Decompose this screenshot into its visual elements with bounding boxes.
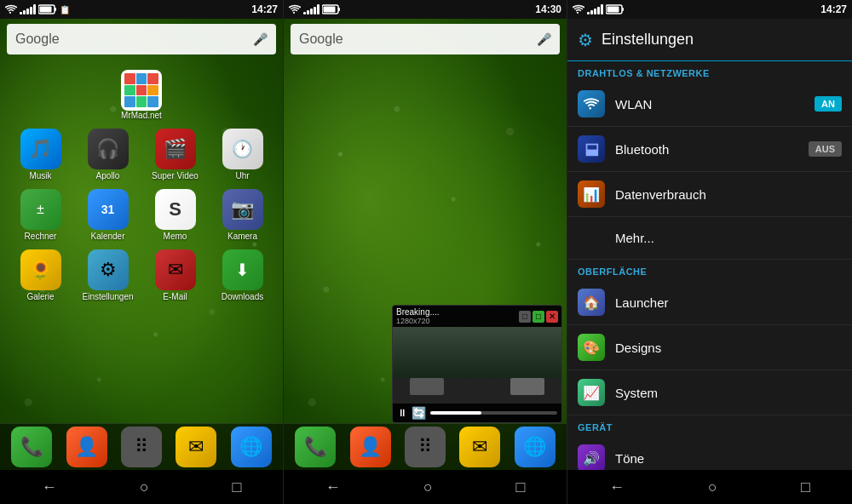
settings-gear-icon: ⚙ — [578, 30, 593, 50]
app-label-mrmad: MrMad.net — [121, 111, 162, 120]
settings-item-launcher[interactable]: 🏠 Launcher — [567, 280, 852, 325]
app-item-video[interactable]: 🎬 Super Video — [150, 129, 201, 180]
designs-label: Designs — [615, 341, 842, 355]
settings-item-toene[interactable]: 🔊 Töne — [567, 436, 852, 470]
app-item-memo[interactable]: S Memo — [150, 189, 201, 241]
more-label: Mehr... — [615, 231, 842, 245]
video-progress-bar[interactable] — [430, 411, 557, 415]
time-right: 14:27 — [820, 3, 847, 15]
app-item-music[interactable]: 🎵 Musik — [15, 129, 66, 180]
dock-sms-middle[interactable]: ✉ — [459, 427, 500, 467]
app-icon-calc: ± — [20, 189, 61, 230]
nav-home-middle[interactable]: ○ — [411, 474, 446, 501]
app-item-clock[interactable]: 🕐 Uhr — [217, 129, 268, 180]
battery-icon-right — [606, 4, 625, 14]
status-left-icons-middle — [289, 4, 341, 14]
section-header-surface: OBERFLÄCHE — [567, 260, 852, 280]
nav-recent-right[interactable]: □ — [788, 474, 823, 501]
video-close-btn[interactable]: ✕ — [546, 311, 558, 323]
data-label: Datenverbrauch — [615, 187, 842, 202]
video-btn-2[interactable]: □ — [532, 311, 544, 323]
nav-recent-middle[interactable]: □ — [503, 474, 538, 501]
bluetooth-label: Bluetooth — [615, 142, 809, 157]
nav-home-right[interactable]: ○ — [695, 474, 730, 501]
app-label-memo: Memo — [164, 232, 187, 241]
video-secondary-btn[interactable]: 🔄 — [412, 406, 426, 420]
app-item-email[interactable]: ✉ E-Mail — [150, 249, 201, 301]
nav-recent-left[interactable]: □ — [219, 474, 254, 501]
app-label-video: Super Video — [152, 171, 199, 180]
app-grid-left: MrMad.net 🎵 Musik 🎧 Apollo 🎬 Super Video — [0, 66, 283, 314]
dock-contacts-middle[interactable]: 👤 — [350, 427, 391, 467]
app-item-downloads[interactable]: ⬇ Downloads — [217, 249, 268, 301]
bluetooth-toggle[interactable]: AUS — [809, 141, 842, 157]
nav-bar-right: ← ○ □ — [567, 470, 852, 504]
app-icon-downloads: ⬇ — [222, 249, 263, 290]
section-header-wireless: DRAHTLOS & NETZWERKE — [567, 61, 852, 82]
nav-bar-middle: ← ○ □ — [284, 470, 567, 504]
notification-icon: 📋 — [60, 5, 70, 14]
app-item-mrmad[interactable]: MrMad.net — [116, 70, 167, 120]
settings-item-bluetooth[interactable]: ⬓ Bluetooth AUS — [567, 127, 852, 172]
dock-browser-middle[interactable]: 🌐 — [515, 427, 556, 467]
settings-item-more[interactable]: Mehr... — [567, 217, 852, 260]
svg-rect-2 — [40, 7, 52, 13]
dock-apps-middle[interactable]: ⠿ — [405, 427, 446, 467]
wifi-icon — [5, 4, 17, 14]
app-item-gallery[interactable]: 🌻 Galerie — [15, 249, 66, 301]
video-btn-1[interactable]: □ — [519, 311, 531, 323]
app-label-clock: Uhr — [235, 171, 249, 180]
app-icon-video: 🎬 — [155, 129, 196, 169]
dock-phone-middle[interactable]: 📞 — [295, 427, 336, 467]
settings-item-system[interactable]: 📈 System — [567, 370, 852, 415]
mic-icon-left[interactable]: 🎤 — [253, 32, 268, 46]
search-bar-left[interactable]: Google 🎤 — [7, 24, 276, 54]
nav-back-middle[interactable]: ← — [313, 474, 354, 501]
app-item-calc[interactable]: ± Rechner — [15, 189, 66, 241]
launcher-icon: 🏠 — [578, 289, 605, 316]
settings-item-wlan[interactable]: WLAN AN — [567, 82, 852, 127]
app-label-camera: Kamera — [227, 232, 257, 241]
app-row-2: ± Rechner 31 Kalender S Memo 📷 Kamera — [7, 189, 276, 241]
video-title: Breaking.... — [396, 307, 440, 317]
nav-back-right[interactable]: ← — [596, 474, 637, 501]
mic-icon-middle[interactable]: 🎤 — [537, 32, 551, 46]
middle-panel: 14:30 Google 🎤 Breaking.... 1280x720 □ □… — [284, 0, 567, 504]
video-pause-btn[interactable]: ⏸ — [397, 407, 407, 419]
dock-sms-left[interactable]: ✉ — [176, 427, 216, 467]
settings-item-designs[interactable]: 🎨 Designs — [567, 325, 852, 370]
nav-bar-left: ← ○ □ — [0, 470, 283, 504]
battery-icon-middle — [322, 4, 341, 14]
toene-icon: 🔊 — [578, 444, 605, 470]
app-label-calc: Rechner — [25, 232, 57, 241]
svg-rect-5 — [324, 7, 336, 13]
nav-back-left[interactable]: ← — [29, 474, 70, 501]
settings-item-data[interactable]: 📊 Datenverbrauch — [567, 172, 852, 217]
wifi-icon-right — [573, 4, 584, 14]
app-icon-camera: 📷 — [222, 189, 263, 230]
left-panel: 📋 14:27 Google 🎤 — [0, 0, 284, 504]
app-item-calendar[interactable]: 31 Kalender — [83, 189, 134, 241]
app-item-settings[interactable]: ⚙ Einstellungen — [83, 249, 134, 301]
app-item-apollo[interactable]: 🎧 Apollo — [83, 129, 134, 180]
wlan-toggle[interactable]: AN — [815, 96, 842, 112]
search-bar-middle[interactable]: Google 🎤 — [291, 24, 560, 54]
nav-home-left[interactable]: ○ — [127, 474, 162, 501]
video-frame — [393, 327, 561, 404]
dock-contacts-left[interactable]: 👤 — [66, 427, 107, 467]
dock-phone-left[interactable]: 📞 — [11, 427, 52, 467]
app-item-camera[interactable]: 📷 Kamera — [217, 189, 268, 241]
dock-browser-left[interactable]: 🌐 — [231, 427, 272, 467]
settings-content: DRAHTLOS & NETZWERKE WLAN AN ⬓ Bluetoot — [567, 61, 852, 470]
app-label-gallery: Galerie — [26, 292, 54, 301]
wifi-icon-middle — [289, 4, 301, 14]
app-row-0: MrMad.net — [7, 70, 276, 120]
app-label-settings: Einstellungen — [82, 292, 133, 301]
dock-apps-left[interactable]: ⠿ — [121, 427, 162, 467]
section-header-device: GERÄT — [567, 415, 852, 436]
status-bar-left: 📋 14:27 — [0, 0, 283, 19]
app-icon-email: ✉ — [155, 249, 196, 290]
wlan-icon — [578, 90, 605, 117]
settings-panel: 14:27 ⚙ Einstellungen DRAHTLOS & NETZWER… — [567, 0, 852, 504]
video-progress-fill — [430, 411, 481, 415]
